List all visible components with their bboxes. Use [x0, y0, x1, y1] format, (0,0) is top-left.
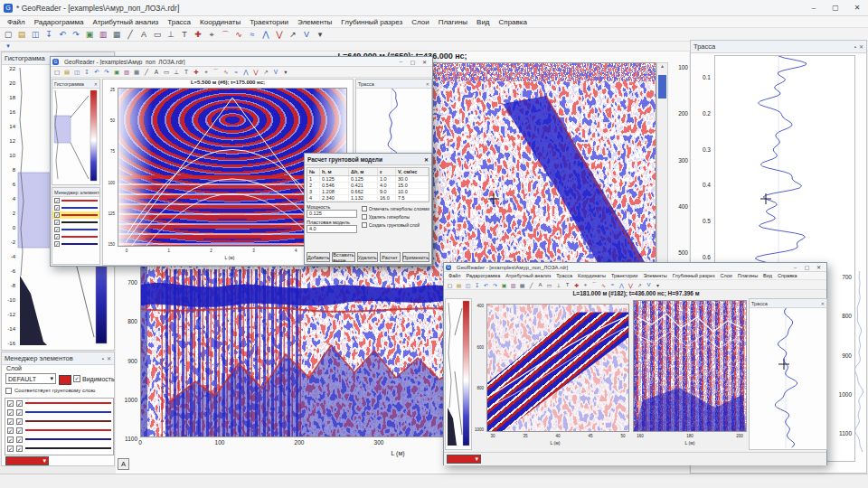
open-folder-icon[interactable]: ▤: [15, 29, 28, 41]
menu-item[interactable]: Глубинный разрез: [670, 273, 718, 278]
menu-item[interactable]: Элементы: [293, 18, 336, 26]
edit-checkbox[interactable]: ✓: [16, 409, 23, 416]
undo-icon[interactable]: ↶: [56, 29, 69, 41]
close-button[interactable]: ✕: [813, 263, 825, 272]
menu-item[interactable]: Трасса: [163, 18, 195, 26]
menu-item[interactable]: Траектории: [245, 18, 293, 26]
save-icon[interactable]: ◫: [29, 29, 42, 41]
element-manager-header[interactable]: Менеджер элементов ▪ ✕: [2, 352, 114, 365]
menu-item[interactable]: Элементы: [640, 273, 669, 278]
wave-tool-icon[interactable]: ∿: [599, 281, 608, 289]
dialog-button[interactable]: Расчет: [380, 252, 401, 262]
smooth-tool-icon[interactable]: ≈: [246, 29, 259, 41]
close-icon[interactable]: ✕: [426, 81, 429, 87]
redo-icon[interactable]: ↷: [491, 281, 499, 289]
maximize-button[interactable]: ▢: [825, 0, 846, 15]
colorbar[interactable]: [90, 90, 97, 181]
menu-item[interactable]: Справка: [775, 273, 800, 278]
valleys-tool-icon[interactable]: ⋁: [273, 29, 286, 41]
float2-trace-wiggle[interactable]: [750, 308, 823, 448]
rect-tool-icon[interactable]: ▭: [545, 281, 553, 289]
edit-checkbox[interactable]: ✓: [16, 400, 23, 407]
peaks-tool-icon[interactable]: ⋀: [259, 29, 272, 41]
menu-item[interactable]: Плагины: [735, 273, 760, 278]
text-tool-icon[interactable]: А: [152, 68, 161, 76]
grid-view-icon[interactable]: ▦: [110, 29, 123, 41]
dialog-checkbox[interactable]: [362, 214, 367, 220]
dialog-checkbox[interactable]: [362, 222, 367, 228]
dialog-checkbox-row[interactable]: Удалять гиперболы: [362, 212, 429, 221]
vector-tool-icon[interactable]: ↗: [261, 68, 270, 76]
visibility-checkbox[interactable]: ✓: [54, 212, 60, 218]
table-row[interactable]: 4 2.340 1.132 16.0 7.5: [307, 195, 429, 202]
hyperbola-tool-icon[interactable]: ⌒: [212, 68, 221, 76]
close-icon[interactable]: ✕: [821, 301, 825, 306]
dialog-button[interactable]: Добавить: [307, 252, 330, 262]
menu-item[interactable]: Вид: [472, 18, 494, 26]
menu-item[interactable]: Координаты: [195, 18, 245, 26]
visibility-checkbox[interactable]: ✓: [54, 241, 60, 247]
wave-tool-icon[interactable]: ∿: [222, 68, 231, 76]
visibility-checkbox[interactable]: ✓: [54, 220, 60, 225]
close-button[interactable]: ✕: [846, 0, 868, 15]
minimize-button[interactable]: –: [789, 263, 801, 272]
menu-item[interactable]: Глубинный разрез: [336, 18, 407, 26]
dialog-button[interactable]: Применить: [402, 252, 429, 262]
grid-view-icon[interactable]: ▦: [518, 281, 526, 289]
perpendicular-tool-icon[interactable]: ⊥: [554, 281, 562, 289]
float2-histogram-plot[interactable]: [446, 299, 471, 449]
layer-row[interactable]: ✓ ✓: [5, 408, 113, 417]
tee-tool-icon[interactable]: Т: [563, 281, 571, 289]
float1-manager-header[interactable]: Менеджер элементов ✕: [52, 188, 99, 197]
chart-view-icon[interactable]: ▥: [509, 281, 517, 289]
vector-tool-icon[interactable]: ↗: [636, 281, 644, 289]
group1-input[interactable]: 0.125: [307, 210, 357, 218]
add-point-tool-icon[interactable]: ✚: [192, 68, 201, 76]
smooth-tool-icon[interactable]: ≈: [231, 68, 241, 76]
open-folder-icon[interactable]: ▤: [62, 68, 71, 76]
more-tools-icon[interactable]: ▾: [314, 29, 326, 41]
close-icon[interactable]: ✕: [859, 43, 863, 50]
more-tools-icon[interactable]: ▾: [281, 68, 290, 76]
colorbar[interactable]: [463, 301, 469, 446]
menu-item[interactable]: Справка: [495, 18, 532, 26]
text-tool-icon[interactable]: А: [536, 281, 544, 289]
table-row[interactable]: 3 1.208 0.662 9.0 10.0: [307, 189, 429, 195]
close-icon[interactable]: ✕: [94, 81, 98, 87]
float2-titlebar[interactable]: G GeoReader - [examples\Амур_поп_ЛОЗА.rd…: [444, 263, 826, 272]
layer-row[interactable]: ✓ ✓: [5, 417, 113, 426]
smooth-tool-icon[interactable]: ≈: [609, 281, 617, 289]
visibility-checkbox[interactable]: ✓: [54, 234, 60, 239]
menu-item[interactable]: Файл: [3, 18, 30, 26]
close-button[interactable]: ✕: [419, 57, 430, 66]
line-tool-icon[interactable]: ╱: [527, 281, 535, 289]
layer-row[interactable]: ✓ ✓: [5, 435, 113, 444]
menu-item[interactable]: Файл: [446, 273, 464, 278]
dialog-checkbox-row[interactable]: Создать грунтовый слой: [362, 221, 429, 229]
visibility-checkbox[interactable]: ✓: [73, 375, 80, 382]
layer-row[interactable]: ✓: [52, 219, 99, 226]
pick-tool-icon[interactable]: V: [271, 68, 280, 76]
add-point-tool-icon[interactable]: ✚: [192, 29, 204, 41]
redo-icon[interactable]: ↷: [70, 29, 82, 41]
titlebar[interactable]: G * GeoReader - [examples\Амур_поп_ЛОЗА.…: [0, 0, 868, 16]
scroll-up-arrow[interactable]: ▲: [657, 63, 667, 74]
vector-tool-icon[interactable]: ↗: [287, 29, 299, 41]
visibility-checkbox[interactable]: ✓: [7, 436, 14, 443]
pin-icon[interactable]: ▪: [854, 44, 856, 50]
float2-right-canvas[interactable]: [633, 300, 747, 432]
table-row[interactable]: 2 0.546 0.421 4.0 15.0: [307, 183, 429, 189]
layer-row[interactable]: ✓ ✓: [5, 426, 113, 435]
new-file-icon[interactable]: ▢: [446, 281, 454, 289]
undo-icon[interactable]: ↶: [92, 68, 101, 76]
edit-checkbox[interactable]: ✓: [16, 446, 23, 452]
tee-tool-icon[interactable]: Т: [182, 68, 191, 76]
perpendicular-tool-icon[interactable]: ⊥: [172, 68, 181, 76]
layer-row[interactable]: ✓: [52, 211, 99, 219]
view-mode-icon[interactable]: ▾: [2, 41, 14, 52]
edit-checkbox[interactable]: ✓: [16, 427, 23, 434]
float1-titlebar[interactable]: G GeoReader - [examples\Амур_поп_ЛОЗА.rd…: [51, 57, 432, 67]
visibility-checkbox[interactable]: ✓: [7, 418, 14, 425]
chart-view-icon[interactable]: ▥: [97, 29, 109, 41]
peaks-tool-icon[interactable]: ⋀: [241, 68, 250, 76]
